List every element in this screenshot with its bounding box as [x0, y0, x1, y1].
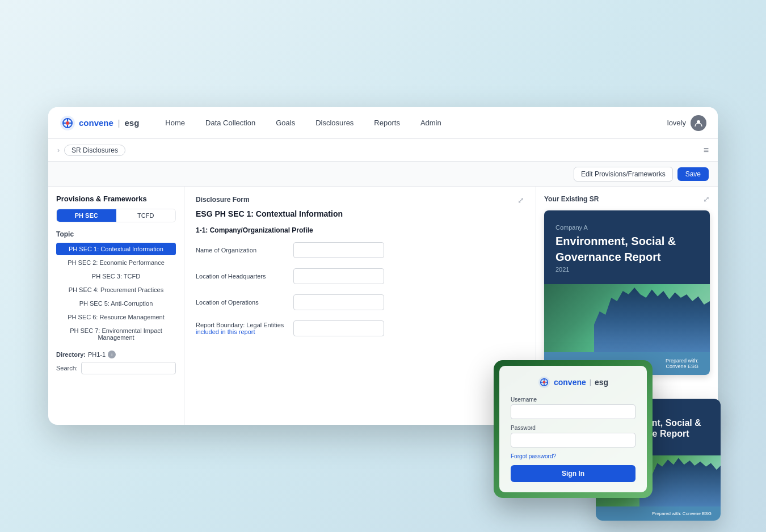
username-input[interactable] — [511, 404, 635, 419]
nav-goals[interactable]: Goals — [272, 116, 298, 129]
directory-row: Directory: PH1-1 i — [56, 351, 176, 358]
field-label-location-hq: Location of Headquarters — [196, 273, 287, 280]
hamburger-menu-icon[interactable]: ≡ — [704, 145, 709, 155]
directory-value: PH1-1 — [88, 351, 106, 358]
field-location-hq: Location of Headquarters — [196, 268, 524, 284]
nav-home[interactable]: Home — [162, 116, 188, 129]
svg-point-2 — [66, 121, 69, 125]
esg-prepared-with: Prepared with: — [652, 511, 681, 516]
login-card: convene | esg Username Password Forgot p… — [494, 360, 653, 498]
topic-item-2[interactable]: PH SEC 2: Economic Performance — [56, 256, 176, 269]
middle-panel: Disclosure Form ⤢ ESG PH SEC 1: Contextu… — [184, 187, 536, 425]
info-icon[interactable]: i — [108, 351, 116, 358]
login-card-container: convene | esg Username Password Forgot p… — [494, 360, 653, 498]
sign-in-button[interactable]: Sign In — [511, 465, 635, 482]
avatar[interactable] — [691, 115, 706, 131]
convene-logo-icon — [60, 115, 75, 131]
prepared-with-label: Prepared with: — [666, 358, 698, 364]
login-logo-divider: | — [590, 378, 591, 386]
left-panel: Provisions & Frameworks PH SEC TCFD Topi… — [48, 187, 184, 425]
save-button[interactable]: Save — [677, 167, 709, 181]
field-input-report-boundary[interactable] — [293, 320, 384, 336]
svg-point-10 — [543, 381, 546, 384]
sr-panel-header: Your Existing SR ⤢ — [544, 195, 710, 204]
edit-provisions-button[interactable]: Edit Provisions/Frameworks — [574, 167, 673, 181]
login-logo-main: convene — [554, 378, 586, 387]
topic-item-1[interactable]: PH SEC 1: Contextual Information — [56, 243, 176, 255]
nav-bar: convene | esg Home Data Collection Goals… — [48, 107, 718, 139]
prepared-by-label: Convene ESG — [666, 364, 698, 369]
sr-panel-title: Your Existing SR — [544, 195, 599, 203]
logo-sub-text: esg — [125, 118, 140, 128]
expand-icon[interactable]: ⤢ — [517, 196, 524, 205]
search-label: Search: — [56, 365, 78, 371]
topic-list: PH SEC 1: Contextual Information PH SEC … — [56, 243, 176, 344]
sub-nav: › SR Disclosures ≡ — [48, 139, 718, 162]
esg-footer: Prepared with: Convene ESG — [596, 506, 721, 521]
nav-admin[interactable]: Admin — [417, 116, 445, 129]
sr-expand-icon[interactable]: ⤢ — [703, 195, 710, 204]
framework-tabs: PH SEC TCFD — [56, 209, 176, 222]
breadcrumb-chevron-icon[interactable]: › — [57, 146, 60, 154]
login-logo-sub: esg — [595, 378, 608, 387]
search-input[interactable] — [81, 362, 176, 374]
field-label-part2: included in this report — [196, 328, 255, 335]
logo-main-text: convene — [79, 118, 113, 128]
nav-data-collection[interactable]: Data Collection — [202, 116, 259, 129]
esg-prepared-by: Convene ESG — [683, 511, 712, 516]
field-input-location-ops[interactable] — [293, 294, 384, 310]
field-label-part1: Report Boundary: Legal Entities — [196, 322, 284, 328]
field-name-org: Name of Organization — [196, 242, 524, 258]
password-input[interactable] — [511, 433, 635, 447]
nav-disclosures[interactable]: Disclosures — [312, 116, 357, 129]
sr-cover-top: Company A Environment, Social & Governan… — [544, 210, 710, 284]
field-label-location-ops: Location of Operations — [196, 299, 287, 306]
directory-label: Directory: — [56, 351, 86, 358]
provisions-title: Provisions & Frameworks — [56, 195, 176, 203]
forgot-password-link[interactable]: Forgot password? — [511, 453, 635, 459]
topic-label: Topic — [56, 230, 176, 238]
login-logo-icon — [538, 376, 550, 389]
nav-reports[interactable]: Reports — [371, 116, 403, 129]
topic-item-5[interactable]: PH SEC 5: Anti-Corruption — [56, 297, 176, 310]
topic-item-6[interactable]: PH SEC 6: Resource Management — [56, 311, 176, 323]
field-location-ops: Location of Operations — [196, 294, 524, 310]
field-input-location-hq[interactable] — [293, 268, 384, 284]
disclosure-form-title-label: Disclosure Form — [196, 196, 250, 204]
search-row: Search: — [56, 362, 176, 374]
city-skyline-graphic — [594, 284, 710, 352]
field-label-name-org: Name of Organization — [196, 247, 287, 254]
logo-divider: | — [118, 119, 120, 128]
disclosure-form-header: Disclosure Form ⤢ — [196, 196, 524, 205]
sr-report-title-line1: Environment, Social & — [555, 234, 698, 248]
sr-cover: Company A Environment, Social & Governan… — [544, 210, 710, 375]
tab-tcfd[interactable]: TCFD — [116, 209, 176, 222]
logo-area: convene | esg — [60, 115, 139, 131]
breadcrumb-chip[interactable]: SR Disclosures — [64, 145, 125, 156]
form-main-title: ESG PH SEC 1: Contextual Information — [196, 209, 524, 218]
field-report-boundary: Report Boundary: Legal Entities included… — [196, 320, 524, 336]
nav-user: lovely — [667, 115, 706, 131]
sr-report-title-line2: Governance Report — [555, 250, 698, 264]
password-label: Password — [511, 425, 635, 431]
topic-item-7[interactable]: PH SEC 7: Environmental Impact Managemen… — [56, 324, 176, 344]
topic-item-4[interactable]: PH SEC 4: Procurement Practices — [56, 284, 176, 296]
form-section-title: 1-1: Company/Organizational Profile — [196, 226, 524, 234]
field-label-report-boundary: Report Boundary: Legal Entities included… — [196, 322, 287, 335]
login-content: convene | esg Username Password Forgot p… — [499, 366, 647, 492]
login-logo: convene | esg — [511, 376, 635, 389]
toolbar: Edit Provisions/Frameworks Save — [48, 162, 718, 187]
field-input-name-org[interactable] — [293, 242, 384, 258]
username-label: Username — [511, 396, 635, 403]
sr-year: 2021 — [555, 266, 698, 273]
sr-company: Company A — [555, 224, 698, 231]
nav-user-name: lovely — [667, 119, 686, 127]
topic-item-3[interactable]: PH SEC 3: TCFD — [56, 270, 176, 282]
sr-cover-image — [544, 284, 710, 352]
tab-ph-sec[interactable]: PH SEC — [57, 209, 116, 222]
